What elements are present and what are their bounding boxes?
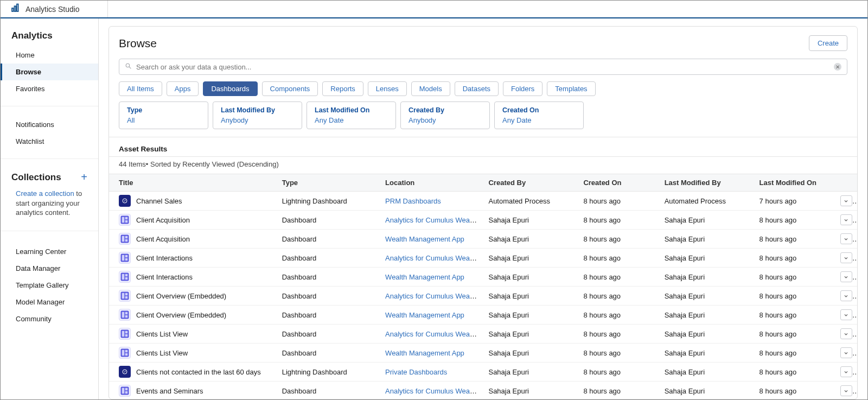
add-collection-icon[interactable]: + <box>81 171 87 183</box>
dashboard-icon <box>119 290 131 302</box>
row-actions-menu[interactable] <box>840 290 852 301</box>
row-title: Client Overview (Embedded) <box>136 311 226 319</box>
create-collection-link[interactable]: Create a collection <box>16 189 74 198</box>
table-row[interactable]: Events and SeminarsDashboardAnalytics fo… <box>109 382 857 399</box>
sidebar-item-data-manager[interactable]: Data Manager <box>1 260 98 277</box>
svg-rect-19 <box>122 274 125 280</box>
sidebar-item-watchlist[interactable]: Watchlist <box>1 133 98 150</box>
dashboard-icon <box>119 309 131 321</box>
facet-created-by[interactable]: Created ByAnybody <box>400 101 490 129</box>
column-header-title[interactable]: Title <box>109 174 277 192</box>
row-actions-menu[interactable] <box>840 385 852 396</box>
filter-pill-dashboards[interactable]: Dashboards <box>203 81 257 96</box>
search-icon <box>125 62 136 71</box>
row-title: Client Interactions <box>136 273 193 281</box>
svg-rect-29 <box>125 315 128 318</box>
location-link[interactable]: Analytics for Cumulus Wealt... <box>385 216 479 224</box>
sidebar-item-model-manager[interactable]: Model Manager <box>1 294 98 310</box>
row-actions-menu[interactable] <box>840 233 852 244</box>
filter-pill-folders[interactable]: Folders <box>503 81 542 96</box>
row-title: Client Acquisition <box>136 235 190 243</box>
filter-pill-reports[interactable]: Reports <box>322 81 363 96</box>
collections-description: Create a collection to start organizing … <box>1 189 98 222</box>
sidebar-item-notifications[interactable]: Notifications <box>1 116 98 133</box>
filter-pill-components[interactable]: Components <box>262 81 318 96</box>
svg-rect-21 <box>125 277 128 280</box>
facet-type[interactable]: TypeAll <box>119 101 208 129</box>
facet-last-modified-by[interactable]: Last Modified ByAnybody <box>213 101 302 129</box>
column-header-last-modified-by[interactable]: Last Modified By <box>659 174 754 192</box>
row-title: Channel Sales <box>136 197 182 205</box>
row-title: Events and Seminars <box>136 387 203 395</box>
table-row[interactable]: Client Overview (Embedded)DashboardWealt… <box>109 306 857 325</box>
analytics-logo-icon <box>10 3 20 15</box>
location-link[interactable]: Analytics for Cumulus Wealt... <box>385 254 479 262</box>
table-row[interactable]: Client Overview (Embedded)DashboardAnaly… <box>109 287 857 306</box>
filter-pill-all-items[interactable]: All Items <box>119 81 162 96</box>
svg-rect-41 <box>125 388 128 391</box>
table-row[interactable]: Client AcquisitionDashboardAnalytics for… <box>109 211 857 230</box>
location-link[interactable]: Wealth Management App <box>385 311 464 319</box>
location-link[interactable]: Analytics for Cumulus Wealt... <box>385 330 479 338</box>
table-row[interactable]: Client InteractionsDashboardWealth Manag… <box>109 268 857 287</box>
svg-rect-25 <box>125 296 128 299</box>
row-actions-menu[interactable] <box>840 252 852 263</box>
filter-pill-models[interactable]: Models <box>411 81 450 96</box>
row-actions-menu[interactable] <box>840 195 852 206</box>
search-input[interactable] <box>136 63 834 71</box>
sidebar-item-template-gallery[interactable]: Template Gallery <box>1 277 98 294</box>
location-link[interactable]: Wealth Management App <box>385 235 464 243</box>
table-row[interactable]: Clients List ViewDashboardWealth Managem… <box>109 344 857 363</box>
svg-rect-23 <box>122 293 125 299</box>
column-header-created-by[interactable]: Created By <box>483 174 578 192</box>
column-header-created-on[interactable]: Created On <box>578 174 659 192</box>
row-actions-menu[interactable] <box>840 328 852 339</box>
row-actions-menu[interactable] <box>840 214 852 225</box>
clear-search-icon[interactable]: ✕ <box>834 63 841 71</box>
column-header-last-modified-on[interactable]: Last Modified On <box>754 174 835 192</box>
svg-rect-24 <box>125 293 128 296</box>
table-row[interactable]: Client InteractionsDashboardAnalytics fo… <box>109 249 857 268</box>
facet-last-modified-on[interactable]: Last Modified OnAny Date <box>307 101 396 129</box>
filter-pill-templates[interactable]: Templates <box>547 81 595 96</box>
sidebar-item-home[interactable]: Home <box>1 47 98 64</box>
svg-rect-40 <box>122 388 125 394</box>
dashboard-icon <box>119 252 131 264</box>
dashboard-icon <box>119 385 131 397</box>
create-button[interactable]: Create <box>809 35 847 51</box>
column-header-location[interactable]: Location <box>380 174 483 192</box>
app-logo[interactable]: Analytics Studio <box>10 3 80 15</box>
svg-line-4 <box>129 67 131 68</box>
sidebar-item-learning-center[interactable]: Learning Center <box>1 243 98 260</box>
filter-pill-lenses[interactable]: Lenses <box>368 81 407 96</box>
row-actions-menu[interactable] <box>840 347 852 358</box>
filter-pill-apps[interactable]: Apps <box>167 81 199 96</box>
row-actions-menu[interactable] <box>840 309 852 320</box>
column-header-type[interactable]: Type <box>277 174 380 192</box>
svg-rect-11 <box>122 236 125 242</box>
sidebar-item-browse[interactable]: Browse <box>1 64 98 80</box>
facet-created-on[interactable]: Created OnAny Date <box>494 101 584 129</box>
row-actions-menu[interactable] <box>840 366 852 377</box>
table-row[interactable]: Client AcquisitionDashboardWealth Manage… <box>109 230 857 249</box>
sidebar-item-favorites[interactable]: Favorites <box>1 80 98 97</box>
svg-rect-2 <box>17 4 18 12</box>
location-link[interactable]: PRM Dashboards <box>385 197 441 205</box>
sidebar-item-community[interactable]: Community <box>1 310 98 327</box>
table-row[interactable]: Clients not contacted in the last 60 day… <box>109 363 857 382</box>
results-summary: 44 Items• Sorted by Recently Viewed (Des… <box>109 157 857 174</box>
table-row[interactable]: Clients List ViewDashboardAnalytics for … <box>109 325 857 344</box>
results-table: TitleTypeLocationCreated ByCreated OnLas… <box>109 174 857 399</box>
svg-rect-12 <box>125 236 128 239</box>
row-actions-menu[interactable] <box>840 271 852 282</box>
location-link[interactable]: Wealth Management App <box>385 273 464 281</box>
table-row[interactable]: Channel SalesLightning DashboardPRM Dash… <box>109 192 857 211</box>
filter-pill-datasets[interactable]: Datasets <box>455 81 499 96</box>
search-box[interactable]: ✕ <box>119 59 847 75</box>
svg-rect-9 <box>125 220 128 223</box>
location-link[interactable]: Analytics for Cumulus Wealt... <box>385 387 479 395</box>
location-link[interactable]: Wealth Management App <box>385 349 464 357</box>
location-link[interactable]: Analytics for Cumulus Wealt... <box>385 292 479 300</box>
row-title: Client Overview (Embedded) <box>136 292 226 300</box>
location-link[interactable]: Private Dashboards <box>385 368 447 376</box>
